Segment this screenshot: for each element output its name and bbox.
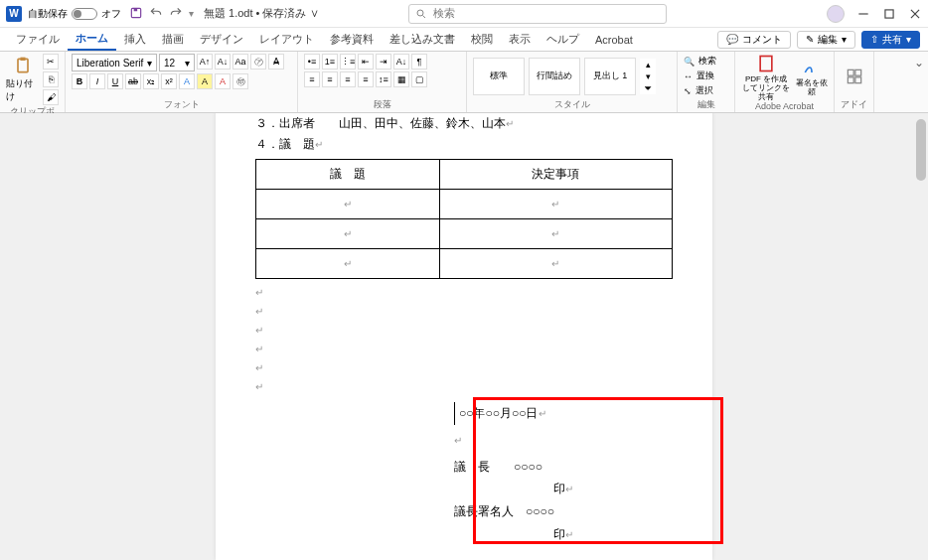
editing-mode-button[interactable]: ✎編集▾	[797, 31, 855, 49]
line-spacing-icon[interactable]: ↕≡	[376, 71, 391, 87]
bold-button[interactable]: B	[72, 73, 87, 89]
close-icon[interactable]	[908, 7, 922, 21]
share-button[interactable]: ⇧共有▾	[861, 31, 920, 49]
seal-line-2[interactable]: 印↵	[454, 523, 573, 546]
strike-button[interactable]: ab	[125, 73, 141, 89]
align-left-icon[interactable]: ≡	[304, 71, 320, 87]
multilevel-icon[interactable]: ⋮≡	[340, 54, 356, 70]
bullets-icon[interactable]: •≡	[304, 54, 320, 70]
underline-button[interactable]: U	[107, 73, 123, 89]
text-effects-icon[interactable]: A	[179, 73, 195, 89]
increase-indent-icon[interactable]: ⇥	[376, 54, 391, 70]
copy-icon[interactable]: ⎘	[43, 71, 59, 87]
maximize-icon[interactable]	[882, 7, 896, 21]
redo-icon[interactable]	[169, 6, 183, 22]
cursor-icon: ⤡	[684, 86, 692, 96]
search-input[interactable]: 検索	[408, 4, 667, 24]
align-center-icon[interactable]: ≡	[322, 71, 338, 87]
tab-design[interactable]: デザイン	[192, 28, 251, 51]
agenda-table[interactable]: 議 題決定事項 ↵↵ ↵↵ ↵↵	[255, 159, 673, 279]
table-cell[interactable]: ↵	[256, 190, 440, 219]
align-right-icon[interactable]: ≡	[340, 71, 356, 87]
tab-review[interactable]: 校閲	[463, 28, 501, 51]
ribbon-collapse-icon[interactable]: ⌄	[914, 56, 924, 70]
request-signature-button[interactable]: 署名を依頼	[795, 58, 828, 97]
undo-icon[interactable]	[149, 6, 163, 22]
document-canvas[interactable]: ３．出席者 山田、田中、佐藤、鈴木、山本↵ ４．議 題↵ 議 題決定事項 ↵↵ …	[0, 113, 928, 560]
decrease-indent-icon[interactable]: ⇤	[358, 54, 374, 70]
svg-rect-10	[760, 57, 772, 71]
shrink-font-icon[interactable]: A↓	[215, 54, 231, 70]
style-heading1[interactable]: 見出し 1	[584, 58, 636, 95]
styles-scroll-down-icon[interactable]: ▾	[640, 70, 656, 82]
highlight-icon[interactable]: A	[197, 73, 213, 89]
date-line[interactable]: ○○年○○月○○日↵	[454, 402, 546, 425]
tab-help[interactable]: ヘルプ	[539, 28, 587, 51]
document-title[interactable]: 無題 1.odt • 保存済み ∨	[204, 6, 319, 21]
tab-mailings[interactable]: 差し込み文書	[382, 28, 463, 51]
font-color-icon[interactable]: A	[215, 73, 231, 89]
autosave-toggle[interactable]: 自動保存 オフ	[28, 7, 121, 21]
tab-file[interactable]: ファイル	[8, 28, 68, 51]
table-cell[interactable]: ↵	[256, 219, 440, 249]
table-header-1[interactable]: 議 題	[256, 160, 440, 190]
addins-button[interactable]	[841, 67, 867, 86]
grow-font-icon[interactable]: A↑	[197, 54, 213, 70]
font-size-combo[interactable]: 12▾	[159, 54, 195, 71]
table-cell[interactable]: ↵	[439, 249, 672, 279]
seal-line[interactable]: 印↵	[454, 478, 573, 500]
italic-button[interactable]: I	[89, 73, 105, 89]
subscript-button[interactable]: x₂	[143, 73, 159, 89]
svg-rect-11	[848, 70, 853, 75]
change-case-icon[interactable]: Aa	[232, 54, 248, 70]
styles-expand-icon[interactable]: ⏷	[640, 82, 656, 94]
tab-draw[interactable]: 描画	[154, 28, 192, 51]
pdf-create-button[interactable]: PDF を作成してリンクを共有	[741, 54, 791, 101]
select-button[interactable]: ⤡選択	[684, 84, 716, 97]
tab-references[interactable]: 参考資料	[322, 28, 382, 51]
replace-icon: ↔	[684, 71, 693, 81]
table-cell[interactable]: ↵	[256, 249, 440, 279]
table-cell[interactable]: ↵	[439, 219, 672, 249]
svg-rect-1	[134, 8, 138, 11]
tab-insert[interactable]: 挿入	[116, 28, 154, 51]
comment-button[interactable]: 💬コメント	[717, 31, 791, 49]
minimize-icon[interactable]	[856, 7, 870, 21]
justify-icon[interactable]: ≡	[358, 71, 374, 87]
replace-button[interactable]: ↔置換	[684, 70, 716, 82]
phonetic-guide-icon[interactable]: ㋐	[250, 54, 266, 70]
vertical-scrollbar[interactable]	[914, 113, 928, 560]
enclose-char-icon[interactable]: ㊞	[232, 73, 248, 89]
style-nospacing[interactable]: 行間詰め	[529, 58, 580, 95]
scrollbar-thumb[interactable]	[916, 119, 926, 181]
format-painter-icon[interactable]: 🖌	[43, 89, 59, 105]
numbering-icon[interactable]: 1≡	[322, 54, 338, 70]
comment-icon: 💬	[726, 34, 738, 45]
table-cell[interactable]: ↵	[439, 190, 672, 219]
signer-line[interactable]: 議長署名人 ○○○○	[454, 500, 673, 523]
show-marks-icon[interactable]: ¶	[411, 54, 427, 70]
table-header-2[interactable]: 決定事項	[439, 160, 672, 190]
borders-icon[interactable]: ▢	[411, 71, 427, 87]
cut-icon[interactable]: ✂	[43, 54, 59, 70]
tab-view[interactable]: 表示	[501, 28, 539, 51]
page[interactable]: ３．出席者 山田、田中、佐藤、鈴木、山本↵ ４．議 題↵ 議 題決定事項 ↵↵ …	[216, 113, 712, 560]
sort-icon[interactable]: A↓	[393, 54, 409, 70]
autosave-state: オフ	[101, 7, 121, 21]
tab-acrobat[interactable]: Acrobat	[587, 28, 641, 51]
paste-button[interactable]: 貼り付け	[6, 56, 39, 103]
shading-icon[interactable]: ▦	[393, 71, 409, 87]
chair-line[interactable]: 議 長 ○○○○	[454, 456, 673, 479]
chevron-down-icon: ▾	[906, 34, 911, 45]
user-avatar[interactable]	[827, 5, 845, 23]
qat-overflow[interactable]: ▾	[189, 8, 194, 19]
font-name-combo[interactable]: Liberation Serif▾	[72, 54, 157, 71]
style-normal[interactable]: 標準	[473, 58, 525, 95]
styles-scroll-up-icon[interactable]: ▴	[640, 59, 656, 70]
find-button[interactable]: 🔍検索	[684, 55, 716, 68]
tab-home[interactable]: ホーム	[68, 28, 116, 51]
tab-layout[interactable]: レイアウト	[251, 28, 322, 51]
superscript-button[interactable]: x²	[161, 73, 177, 89]
save-icon[interactable]	[129, 6, 143, 22]
clear-format-icon[interactable]: A̶	[268, 54, 284, 70]
